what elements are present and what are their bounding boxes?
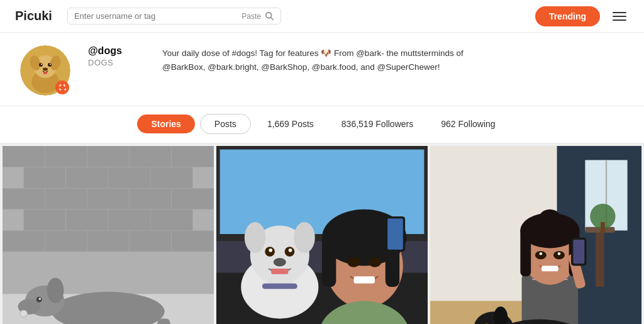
svg-rect-65 (322, 230, 336, 287)
svg-line-1 (271, 18, 274, 20)
svg-rect-30 (108, 209, 150, 231)
svg-rect-28 (24, 209, 66, 231)
svg-rect-14 (3, 146, 45, 167)
photo-item-3 (430, 146, 641, 324)
svg-rect-23 (3, 188, 45, 209)
svg-rect-35 (130, 230, 172, 252)
svg-point-47 (20, 310, 27, 317)
svg-point-12 (43, 72, 47, 74)
paste-button[interactable]: Paste (242, 12, 261, 21)
svg-rect-15 (45, 146, 87, 167)
svg-point-46 (39, 298, 41, 299)
photo-image-3 (430, 146, 641, 324)
profile-info: @dogs DOGS (88, 45, 145, 67)
photo-image-1 (3, 146, 214, 324)
stat-following: 962 Following (430, 119, 506, 129)
svg-point-60 (274, 258, 286, 266)
header: Picuki Paste Trending (0, 0, 644, 33)
svg-point-7 (39, 63, 43, 67)
svg-rect-44 (157, 318, 170, 324)
search-bar[interactable]: Paste (67, 8, 281, 25)
svg-rect-20 (66, 167, 108, 189)
svg-rect-16 (87, 146, 129, 167)
profile-name: DOGS (88, 58, 145, 67)
svg-point-59 (289, 249, 292, 252)
svg-point-42 (47, 277, 64, 303)
svg-rect-61 (271, 269, 288, 274)
svg-rect-72 (387, 218, 403, 249)
search-input[interactable] (74, 11, 238, 21)
svg-rect-29 (66, 209, 108, 231)
svg-point-8 (48, 63, 52, 67)
trending-button[interactable]: Trending (535, 6, 600, 26)
svg-point-9 (41, 64, 42, 65)
svg-rect-89 (520, 227, 531, 276)
svg-point-11 (43, 68, 48, 71)
svg-point-10 (50, 64, 51, 65)
svg-rect-17 (130, 146, 172, 167)
photo-item-2 (216, 146, 428, 324)
menu-line-3 (613, 20, 626, 21)
tab-posts[interactable]: Posts (200, 114, 251, 134)
svg-rect-34 (87, 230, 129, 252)
svg-point-95 (558, 252, 560, 255)
stat-followers: 836,519 Followers (330, 119, 425, 129)
svg-point-94 (540, 252, 542, 255)
svg-rect-69 (353, 276, 375, 283)
svg-rect-22 (150, 167, 192, 189)
avatar-wrap (20, 45, 70, 96)
svg-rect-31 (150, 209, 192, 231)
photo-image-2 (216, 146, 428, 324)
svg-point-55 (294, 222, 315, 253)
menu-line-2 (613, 16, 626, 17)
svg-point-67 (347, 257, 360, 267)
logo: Picuki (15, 9, 52, 23)
svg-rect-96 (541, 265, 558, 271)
svg-rect-24 (45, 188, 87, 209)
photo-grid (0, 143, 644, 324)
menu-line-1 (613, 12, 626, 13)
svg-rect-18 (172, 146, 214, 167)
svg-rect-36 (172, 230, 214, 252)
profile-handle: @dogs (88, 45, 145, 57)
search-icon (265, 11, 274, 21)
svg-rect-33 (45, 230, 87, 252)
tabs-bar: Stories Posts 1,669 Posts 836,519 Follow… (0, 106, 644, 143)
svg-point-0 (266, 13, 272, 18)
svg-point-54 (245, 222, 266, 253)
avatar-expand-button[interactable] (55, 81, 69, 94)
photo-item-1 (3, 146, 214, 324)
svg-rect-62 (262, 283, 297, 289)
svg-rect-25 (87, 188, 129, 209)
svg-point-58 (269, 249, 272, 252)
tab-stories[interactable]: Stories (137, 115, 194, 133)
svg-rect-43 (136, 318, 149, 324)
stat-posts: 1,669 Posts (256, 119, 325, 129)
svg-point-68 (369, 257, 381, 267)
svg-rect-82 (601, 222, 605, 233)
svg-rect-19 (24, 167, 66, 189)
svg-rect-99 (573, 240, 584, 264)
svg-rect-79 (596, 230, 604, 287)
svg-rect-27 (172, 188, 214, 209)
svg-rect-21 (108, 167, 150, 189)
profile-section: @dogs DOGS Your daily dose of #dogs! Tag… (0, 33, 644, 106)
svg-rect-32 (3, 230, 45, 252)
profile-bio: Your daily dose of #dogs! Tag for featur… (162, 45, 502, 74)
menu-button[interactable] (610, 9, 629, 23)
svg-point-91 (537, 209, 562, 235)
svg-rect-26 (130, 188, 172, 209)
